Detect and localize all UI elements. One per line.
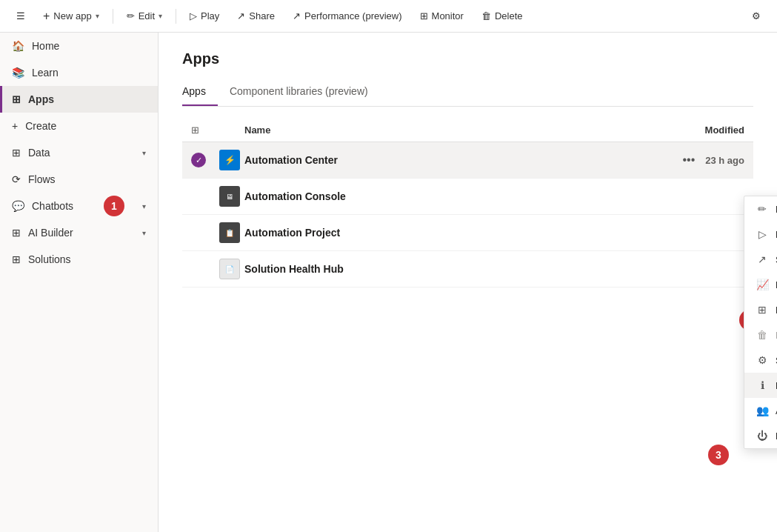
table-row[interactable]: 📄 Solution Health Hub (182, 251, 753, 287)
teams-menu-icon: 👥 (756, 405, 768, 416)
table-header: ⊞ Name Modified (182, 119, 753, 142)
toolbar: ☰ + New app ▾ ✏ Edit ▾ ▷ Play ↗ Share ↗ … (0, 0, 777, 33)
menu-item-details[interactable]: ℹ Details (744, 373, 777, 398)
monitor-button[interactable]: ⊞ Monitor (413, 6, 471, 26)
row-name-label: Automation Project (244, 227, 626, 239)
content-area: Apps Apps Component libraries (preview) … (159, 33, 777, 532)
sidebar-item-apps[interactable]: ⊞ Apps 1 (0, 86, 158, 113)
table-grid-icon: ⊞ (191, 124, 199, 136)
solutions-icon: ⊞ (12, 253, 21, 265)
row-name-label: Automation Console (244, 190, 626, 202)
sidebar-item-chatbots[interactable]: 💬 Chatbots ▾ (0, 193, 158, 219)
toolbar-separator2 (176, 9, 176, 24)
sidebar-item-home[interactable]: 🏠 Home (0, 33, 158, 59)
settings-button[interactable]: ⚙ (744, 6, 768, 26)
performance-menu-icon: 📈 (756, 279, 768, 290)
sidebar-item-ai-builder[interactable]: ⊞ AI Builder ▾ (0, 219, 158, 246)
sidebar-item-learn[interactable]: 📚 Learn (0, 59, 158, 86)
share-button[interactable]: ↗ Share (230, 6, 282, 26)
menu-item-add-to-teams[interactable]: 👥 Add to Teams (744, 398, 777, 423)
chevron-down-icon: ▾ (96, 12, 99, 20)
data-chevron-icon: ▾ (142, 149, 146, 157)
play-menu-icon: ▷ (756, 228, 768, 240)
menu-item-settings[interactable]: ⚙ Settings (744, 348, 777, 373)
table-row[interactable]: ✓ ⚡ Automation Center ••• 23 h ago 2 (182, 142, 753, 179)
edit-chevron-icon: ▾ (159, 12, 162, 20)
edit-menu-icon: ✏ (756, 203, 768, 215)
header-check-col: ⊞ (191, 124, 215, 136)
play-button[interactable]: ▷ Play (182, 6, 227, 26)
table-row[interactable]: 🖥 Automation Console (182, 179, 753, 215)
plus-icon: + (43, 10, 50, 23)
menu-item-deactivate[interactable]: ⏻ Deactivate (744, 423, 777, 448)
header-name-col[interactable]: Name (244, 124, 626, 136)
page-title: Apps (182, 50, 753, 67)
ai-builder-icon: ⊞ (12, 227, 21, 239)
create-icon: + (12, 120, 18, 132)
selected-check-icon: ✓ (191, 153, 206, 167)
new-app-button[interactable]: + New app ▾ (36, 5, 107, 27)
automation-console-icon: 🖥 (219, 186, 240, 207)
tab-apps[interactable]: Apps (182, 79, 218, 106)
row-app-icon: 🖥 (215, 186, 244, 207)
performance-button[interactable]: ↗ Performance (preview) (285, 6, 410, 26)
details-menu-icon: ℹ (756, 379, 768, 391)
apps-icon: ⊞ (12, 93, 21, 105)
sidebar-item-solutions[interactable]: ⊞ Solutions (0, 246, 158, 273)
learn-icon: 📚 (12, 67, 24, 79)
share-icon: ↗ (237, 10, 245, 21)
menu-item-edit[interactable]: ✏ Edit | › (744, 196, 777, 222)
settings-icon: ⚙ (752, 10, 761, 21)
toolbar-separator (113, 9, 113, 24)
menu-item-share[interactable]: ↗ Share (744, 247, 777, 272)
menu-item-monitor[interactable]: ⊞ Monitor (744, 297, 777, 322)
sidebar-item-flows[interactable]: ⟳ Flows (0, 166, 158, 193)
automation-project-icon: 📋 (219, 222, 240, 243)
edit-icon: ✏ (127, 10, 135, 21)
monitor-menu-icon: ⊞ (756, 304, 768, 316)
row-app-icon: 📄 (215, 259, 244, 279)
delete-button[interactable]: 🗑 Delete (474, 6, 530, 26)
solution-health-icon: 📄 (219, 259, 240, 279)
row-name-label: Solution Health Hub (244, 263, 626, 275)
menu-item-delete[interactable]: 🗑 Delete (744, 322, 777, 348)
row-modified-label: ••• 23 h ago (626, 152, 744, 168)
hamburger-button[interactable]: ☰ (9, 6, 33, 26)
context-menu: ✏ Edit | › ▷ Play ↗ Share 📈 Performance … (744, 196, 777, 449)
hamburger-icon: ☰ (16, 10, 25, 21)
monitor-icon: ⊞ (420, 10, 428, 21)
table-row[interactable]: 📋 Automation Project (182, 215, 753, 251)
performance-icon: ↗ (293, 10, 301, 21)
flows-icon: ⟳ (12, 173, 21, 185)
tab-component-libraries[interactable]: Component libraries (preview) (230, 79, 380, 106)
step1-badge: 1 (104, 196, 124, 216)
sidebar-item-create[interactable]: + Create (0, 113, 158, 139)
row-check: ✓ (191, 153, 215, 167)
chatbots-chevron-icon: ▾ (142, 202, 146, 210)
row-app-icon: ⚡ (215, 150, 244, 170)
home-icon: 🏠 (12, 40, 24, 52)
deactivate-menu-icon: ⏻ (756, 430, 768, 442)
share-menu-icon: ↗ (756, 253, 768, 265)
header-modified-col[interactable]: Modified (626, 124, 744, 136)
ai-chevron-icon: ▾ (142, 229, 146, 237)
menu-item-performance[interactable]: 📈 Performance (preview) (744, 272, 777, 297)
data-icon: ⊞ (12, 147, 21, 159)
row-context-menu-button[interactable]: ••• (678, 152, 699, 168)
automation-center-icon: ⚡ (219, 150, 240, 170)
delete-menu-icon: 🗑 (756, 329, 768, 341)
edit-button[interactable]: ✏ Edit ▾ (119, 6, 170, 26)
row-app-icon: 📋 (215, 222, 244, 243)
menu-item-play[interactable]: ▷ Play (744, 222, 777, 247)
sidebar-item-data[interactable]: ⊞ Data ▾ (0, 139, 158, 166)
row-name-label: Automation Center (244, 154, 626, 166)
sidebar: 🏠 Home 📚 Learn ⊞ Apps 1 + Create ⊞ Data … (0, 33, 159, 532)
chatbots-icon: 💬 (12, 200, 24, 212)
step3-badge: 3 (708, 445, 729, 465)
tabs-bar: Apps Component libraries (preview) (182, 79, 753, 107)
main-layout: 🏠 Home 📚 Learn ⊞ Apps 1 + Create ⊞ Data … (0, 33, 777, 532)
delete-icon: 🗑 (481, 10, 491, 21)
settings-menu-icon: ⚙ (756, 354, 768, 366)
play-icon: ▷ (190, 10, 197, 21)
